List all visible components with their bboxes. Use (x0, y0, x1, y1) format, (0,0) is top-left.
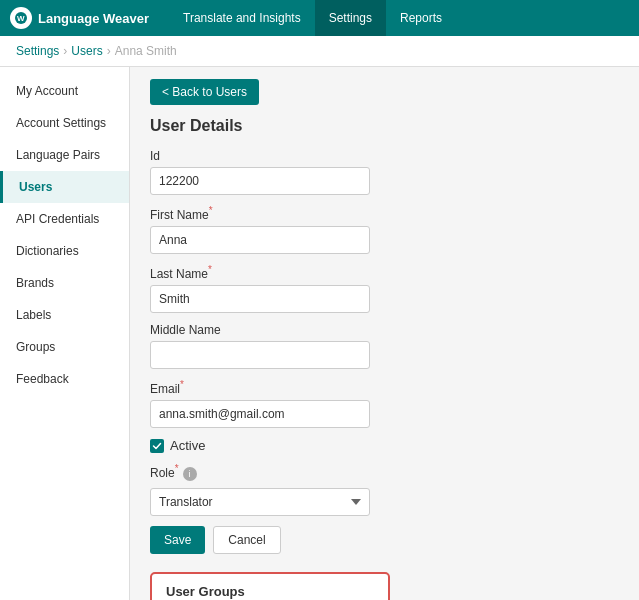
nav-settings[interactable]: Settings (315, 0, 386, 36)
page-title: User Details (150, 117, 619, 135)
nav-links: Translate and Insights Settings Reports (169, 0, 629, 36)
nav-translate[interactable]: Translate and Insights (169, 0, 315, 36)
sidebar-item-users[interactable]: Users (0, 171, 129, 203)
middlename-field-group: Middle Name (150, 323, 619, 369)
lastname-field-group: Last Name* (150, 264, 619, 313)
role-label: Role* (150, 463, 179, 480)
email-field-group: Email* (150, 379, 619, 428)
middlename-input[interactable] (150, 341, 370, 369)
sidebar-item-language-pairs[interactable]: Language Pairs (0, 139, 129, 171)
firstname-input[interactable] (150, 226, 370, 254)
sidebar-item-my-account[interactable]: My Account (0, 75, 129, 107)
sidebar-item-api-credentials[interactable]: API Credentials (0, 203, 129, 235)
back-to-users-button[interactable]: < Back to Users (150, 79, 259, 105)
lastname-input[interactable] (150, 285, 370, 313)
middlename-label: Middle Name (150, 323, 619, 337)
role-info-icon: i (183, 467, 197, 481)
logo-text: Language Weaver (38, 11, 149, 26)
active-label: Active (170, 438, 205, 453)
main-content: < Back to Users User Details Id First Na… (130, 67, 639, 600)
logo-icon: W (10, 7, 32, 29)
breadcrumb-settings[interactable]: Settings (16, 44, 59, 58)
active-checkbox-row: Active (150, 438, 619, 453)
sidebar-item-account-settings[interactable]: Account Settings (0, 107, 129, 139)
user-groups-title: User Groups (166, 584, 374, 599)
action-buttons: Save Cancel (150, 526, 619, 554)
firstname-field-group: First Name* (150, 205, 619, 254)
active-checkbox[interactable] (150, 439, 164, 453)
sidebar-item-groups[interactable]: Groups (0, 331, 129, 363)
lastname-label: Last Name* (150, 264, 619, 281)
svg-text:W: W (17, 14, 25, 23)
email-input[interactable] (150, 400, 370, 428)
breadcrumb-sep2: › (107, 44, 111, 58)
top-navigation: W Language Weaver Translate and Insights… (0, 0, 639, 36)
sidebar-item-feedback[interactable]: Feedback (0, 363, 129, 395)
role-label-row: Role* i (150, 463, 619, 484)
app-logo: W Language Weaver (10, 7, 149, 29)
sidebar-item-dictionaries[interactable]: Dictionaries (0, 235, 129, 267)
cancel-button[interactable]: Cancel (213, 526, 280, 554)
sidebar: My Account Account Settings Language Pai… (0, 67, 130, 600)
role-field-group: Role* i Translator Admin Project Manager (150, 463, 619, 516)
user-groups-section: User Groups + Add group (150, 572, 390, 600)
id-input[interactable] (150, 167, 370, 195)
sidebar-item-labels[interactable]: Labels (0, 299, 129, 331)
sidebar-item-brands[interactable]: Brands (0, 267, 129, 299)
breadcrumb-current: Anna Smith (115, 44, 177, 58)
id-field-group: Id (150, 149, 619, 195)
main-layout: My Account Account Settings Language Pai… (0, 67, 639, 600)
firstname-label: First Name* (150, 205, 619, 222)
save-button[interactable]: Save (150, 526, 205, 554)
breadcrumb-sep1: › (63, 44, 67, 58)
email-label: Email* (150, 379, 619, 396)
breadcrumb: Settings › Users › Anna Smith (0, 36, 639, 67)
nav-reports[interactable]: Reports (386, 0, 456, 36)
breadcrumb-users[interactable]: Users (71, 44, 102, 58)
role-select[interactable]: Translator Admin Project Manager (150, 488, 370, 516)
id-label: Id (150, 149, 619, 163)
